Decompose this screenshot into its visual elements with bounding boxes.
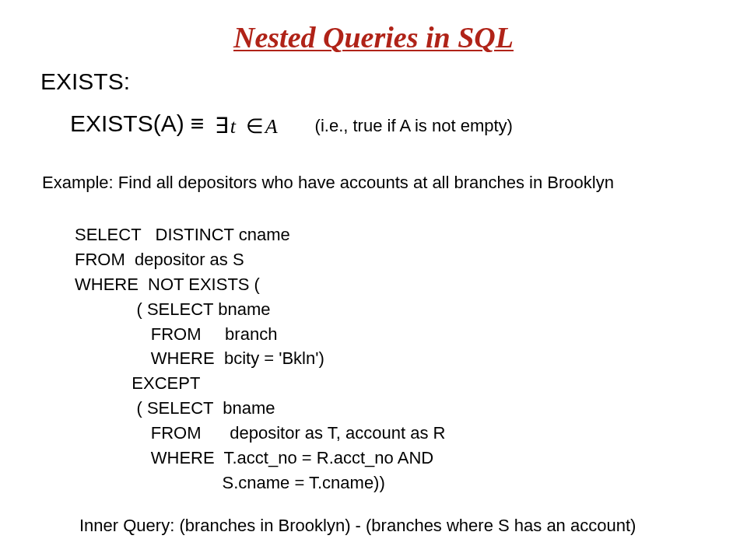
exists-heading: EXISTS:: [40, 68, 747, 95]
inner-query-note: Inner Query: (branches in Brooklyn) - (b…: [79, 516, 747, 536]
equiv-symbol: ≡: [191, 110, 205, 137]
element-of-symbol: ∈: [246, 115, 264, 138]
sql-query: SELECT DISTINCT cname FROM depositor as …: [75, 222, 747, 495]
slide-title: Nested Queries in SQL: [0, 20, 747, 54]
exists-quantifier: ∃: [215, 114, 229, 138]
definition-lhs: EXISTS(A): [70, 110, 184, 137]
math-variable-t: t: [230, 115, 236, 138]
example-text: Example: Find all depositors who have ac…: [42, 173, 747, 193]
definition-row: EXISTS(A) ≡ ∃ t ∈ A (i.e., true if A is …: [70, 110, 747, 137]
math-expression: ∃ t ∈ A: [215, 113, 277, 138]
math-set-A: A: [265, 115, 278, 138]
definition-note: (i.e., true if A is not empty): [315, 116, 513, 136]
